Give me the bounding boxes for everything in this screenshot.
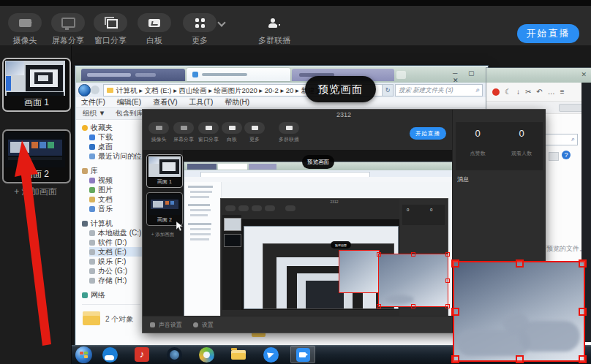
explorer-window-controls: ─ ▢ ✕ [453, 69, 486, 84]
scene1-label: 画面 1 [4, 96, 69, 109]
preview-badge: 预览画面 [305, 76, 376, 102]
nested-scene-card-1: 画面 1 [146, 154, 183, 188]
resize-handle[interactable] [451, 355, 459, 363]
taskbar-browser-blue-icon [97, 346, 122, 363]
help-icon: ? [562, 151, 571, 159]
resize-handle[interactable] [516, 355, 524, 363]
resize-handle[interactable] [411, 304, 415, 308]
nested-toolbar-label-multigroup: 多群联播 [273, 136, 305, 143]
scissors-icon: ✂ [525, 88, 531, 96]
scene-card-2[interactable]: 画面 2 [2, 129, 71, 183]
resize-handle[interactable] [516, 259, 524, 268]
explorer-tab-2-active [187, 68, 290, 81]
hamburger-icon: ≡ [560, 88, 565, 96]
explorer-new-tab-button [396, 71, 406, 79]
camera-button[interactable]: 摄像头 [4, 12, 46, 45]
menu-tools: 工具(T) [189, 97, 213, 107]
right-window-small-box [549, 152, 559, 161]
sound-icon [150, 322, 155, 327]
nested-footer: 声音设置 设置 [143, 316, 452, 333]
resize-handle[interactable] [579, 355, 587, 363]
moon-icon: ☾ [505, 88, 511, 96]
right-window-toolbar: ☾ ↓ ✂ ↶ … ≡ [486, 83, 591, 102]
taskbar-netease-music-icon: ♪ [129, 346, 154, 363]
multi-group-broadcast-button[interactable]: 多群联播 [253, 12, 296, 45]
whiteboard-icon [148, 19, 160, 27]
explorer-menubar: 文件(F) 编辑(E) 查看(V) 工具(T) 帮助(H) [76, 97, 486, 108]
resize-handle[interactable] [411, 252, 415, 257]
red-dot-icon [492, 88, 500, 96]
explorer-tab-1 [81, 69, 185, 81]
object-count: 2 个对象 [105, 314, 133, 325]
search-placeholder: 搜索 新建文件夹 (3) [399, 86, 468, 95]
viewers-label: 观看人数 [500, 150, 543, 157]
resize-handle[interactable] [451, 259, 459, 268]
undo-icon: ↶ [536, 88, 542, 96]
nested-start-live-button: 开始直播 [410, 127, 446, 140]
explorer-tree-pane: 收藏夹 下载 桌面 最近访问的位置 库 视频 图片 文档 音乐 计算机 本地磁盘… [76, 120, 144, 346]
start-live-button[interactable]: 开始直播 [517, 24, 579, 43]
camera-icon [19, 19, 31, 27]
nested-add-scene: + 添加画面 [143, 232, 183, 238]
screen-share-icon [61, 18, 75, 28]
resize-handle[interactable] [579, 308, 587, 316]
camera-feed-large[interactable] [453, 261, 585, 362]
add-scene-button[interactable]: + 添加画面 [0, 186, 71, 198]
taskbar-360-browser-icon [194, 346, 219, 363]
camera-feed-medium[interactable] [378, 254, 448, 307]
scene-sidebar: 画面 1 画面 2 + 添加画面 [0, 45, 72, 364]
resize-handle[interactable] [377, 252, 381, 257]
refresh-button: ↻ [382, 84, 394, 96]
likes-label: 点赞数 [456, 150, 500, 157]
explorer-addressbar: 计算机 ▸ 文档 (E:) ▸ 西山绘画 ▸ 绘画图片2020 ▸ 20-2 ▸… [76, 83, 486, 97]
taskbar-paper-plane-icon [258, 346, 283, 363]
resize-handle[interactable] [377, 304, 381, 308]
scene-card-1[interactable]: 画面 1 [2, 58, 71, 112]
nested-toolbar-label-more: 更多 [238, 136, 271, 143]
settings-label: 设置 [202, 321, 214, 329]
back-button [78, 84, 91, 96]
resize-handle[interactable] [445, 252, 450, 257]
window-top-edge [0, 0, 591, 6]
resize-handle[interactable] [451, 308, 459, 316]
resize-handle[interactable] [579, 259, 587, 268]
scene1-thumbnail [5, 61, 65, 96]
mouse-cursor-icon [176, 221, 183, 231]
menu-edit: 编辑(E) [117, 97, 141, 107]
screen-share-button[interactable]: 屏幕分享 [47, 12, 89, 45]
tree-libraries: 库 [82, 166, 149, 175]
sound-settings-label: 声音设置 [159, 321, 182, 329]
more-dots-icon: … [548, 88, 555, 96]
start-button [72, 346, 94, 363]
window-share-icon [107, 19, 118, 29]
right-window-titlebar: ✕ [486, 68, 591, 83]
recursion-badge-2: 预览画面 [302, 155, 334, 169]
status-folder-icon [83, 311, 100, 325]
whiteboard-button[interactable]: 白板 [133, 12, 176, 45]
resize-handle[interactable] [445, 304, 450, 308]
explorer-titlebar: ─ ▢ ✕ [76, 67, 486, 83]
app-window: ─ ▢ ✕ 计算机 ▸ 文档 (E:) ▸ 西山绘画 ▸ 绘画图片2020 ▸ … [0, 0, 591, 364]
taskbar-file-explorer-icon [226, 346, 251, 363]
menu-file: 文件(F) [81, 97, 105, 107]
nested-stats-box: 0 0 点赞数 观看人数 [456, 122, 543, 170]
more-button[interactable]: 更多 [178, 12, 221, 45]
search-box: 搜索 新建文件夹 (3) ⌕ [395, 84, 483, 96]
viewers-value: 0 [500, 128, 543, 139]
scene2-label: 画面 2 [4, 168, 69, 181]
nested-scene1-label: 画面 1 [147, 178, 182, 186]
more-grid-icon [195, 18, 205, 28]
taskbar-globe-browser-icon [162, 346, 187, 363]
multi-group-icon [268, 18, 280, 28]
search-icon: ⌕ [475, 86, 480, 94]
right-search-icon: ⌕ [571, 135, 575, 143]
menu-help: 帮助(H) [225, 97, 249, 107]
tree-network: 网络 [82, 290, 149, 300]
window-share-button[interactable]: 窗口分享 [89, 12, 132, 45]
taskbar-live-camera-app-icon [290, 346, 315, 363]
main-toolbar: 摄像头 屏幕分享 窗口分享 白板 更多 多群联播 开始直播 [0, 6, 591, 46]
camera-feed-small[interactable] [339, 250, 380, 293]
resize-handle[interactable] [445, 278, 450, 283]
likes-value: 0 [456, 128, 500, 139]
right-window-close-icon: ✕ [581, 71, 587, 78]
